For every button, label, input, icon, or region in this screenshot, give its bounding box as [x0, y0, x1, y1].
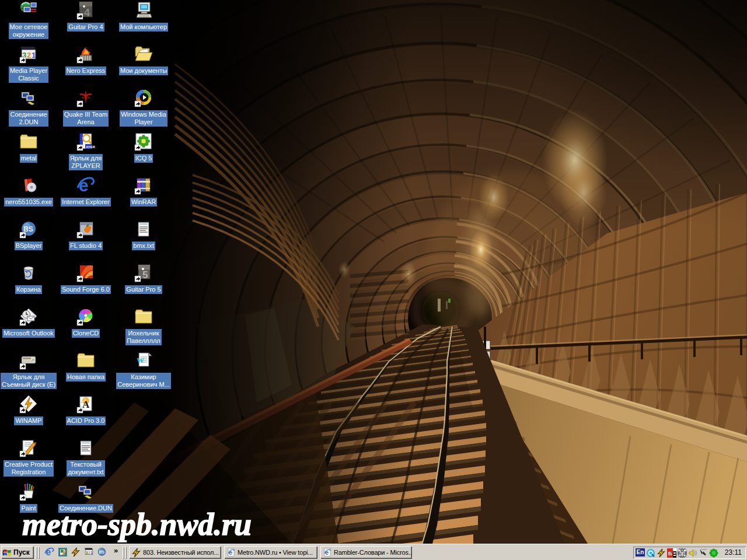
svg-text:Б: Б [668, 551, 672, 556]
svg-text:BS: BS [99, 550, 104, 554]
svg-text:AYER: AYER [86, 145, 95, 149]
svg-text:W: W [137, 356, 144, 365]
svg-text:5: 5 [142, 270, 148, 281]
svg-text:1: 1 [32, 51, 36, 60]
svg-text:2: 2 [88, 551, 90, 555]
svg-text:3: 3 [86, 551, 88, 555]
svg-text:1: 1 [90, 551, 93, 555]
svg-text:4: 4 [84, 7, 90, 19]
svg-text:2: 2 [27, 51, 31, 60]
